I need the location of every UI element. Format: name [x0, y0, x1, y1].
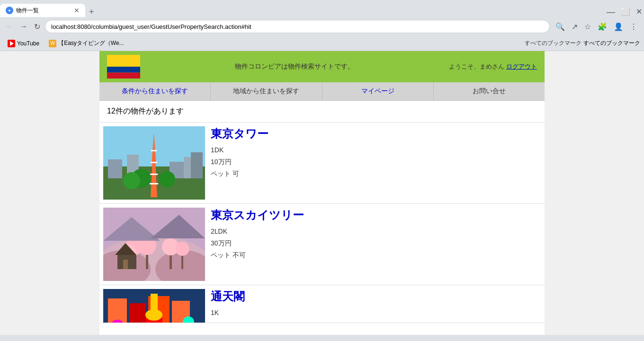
bookmark-star-icon[interactable]: ☆ — [581, 20, 594, 33]
property-type: 1K — [211, 307, 541, 319]
page-wrapper: 物件コロンビアは物件検索サイトです。 ようこそ、まめさん ログアウト 条件から住… — [99, 51, 545, 335]
svg-rect-39 — [129, 303, 146, 323]
property-detail: 1DK 10万円 ペット 可 — [211, 144, 541, 180]
bookmarks-bar: YouTube W 【Easyタイピング（We... すべてのブックマーク すべ… — [0, 36, 644, 51]
minimize-button[interactable]: — — [605, 7, 617, 17]
toolbar-icons: 🔍 ↗ ☆ 🧩 👤 ⋮ — [553, 20, 640, 33]
property-item: 通天閣 1K — [99, 285, 545, 323]
svg-rect-38 — [108, 298, 127, 323]
all-bookmarks-label[interactable]: すべてのブックマーク — [583, 39, 640, 47]
window-controls: — ⬜ ✕ — [605, 7, 644, 17]
property-image-tokyo-tower — [103, 126, 205, 200]
nav-mypage[interactable]: マイページ — [322, 82, 434, 100]
property-item: 東京スカイツリー 2LDK 30万円 ペット 不可 — [99, 204, 545, 285]
tokyo-tower-illustration — [103, 126, 205, 200]
property-type: 1DK — [211, 144, 541, 156]
svg-point-17 — [123, 172, 140, 189]
property-list: 東京タワー 1DK 10万円 ペット 可 — [99, 122, 545, 323]
nav-contact-label: お問い合せ — [473, 87, 506, 95]
menu-icon[interactable]: ⋮ — [627, 20, 640, 33]
tab-title: 物件一覧 — [16, 7, 71, 15]
tab-bar: ● 物件一覧 ✕ + — ⬜ ✕ — [0, 0, 644, 17]
svg-rect-34 — [123, 260, 128, 269]
tsutenkaku-illustration — [103, 289, 205, 323]
nav-search-by-area[interactable]: 地域から住まいを探す — [211, 82, 322, 100]
logout-link[interactable]: ログアウト — [506, 63, 537, 70]
back-button[interactable]: ← — [4, 20, 15, 33]
colombia-flag — [107, 55, 140, 79]
svg-rect-14 — [150, 174, 158, 175]
easy-typing-icon: W — [49, 40, 56, 47]
address-bar-row: ← → ↻ 🔍 ↗ ☆ 🧩 👤 ⋮ — [0, 17, 644, 36]
maximize-button[interactable]: ⬜ — [619, 7, 632, 17]
profile-icon[interactable]: 👤 — [611, 20, 626, 33]
svg-rect-9 — [191, 152, 203, 178]
nav-search-by-condition[interactable]: 条件から住まいを探す — [99, 82, 211, 100]
property-image-skytree — [103, 208, 205, 281]
share-icon[interactable]: ↗ — [569, 20, 581, 33]
property-image-tsutenkaku — [103, 289, 205, 323]
svg-rect-0 — [107, 55, 140, 67]
property-link-tsutenkaku[interactable]: 通天閣 — [211, 290, 245, 303]
youtube-icon — [8, 40, 15, 47]
svg-rect-15 — [150, 183, 158, 184]
new-tab-button[interactable]: + — [85, 7, 98, 17]
property-info: 通天閣 1K — [211, 289, 541, 319]
close-window-button[interactable]: ✕ — [634, 7, 644, 17]
svg-rect-5 — [108, 159, 122, 178]
bookmark-youtube-label: YouTube — [17, 40, 39, 47]
bookmark-easy-typing[interactable]: W 【Easyタイピング（We... — [45, 38, 127, 49]
property-info: 東京スカイツリー 2LDK 30万円 ペット 不可 — [211, 208, 541, 262]
property-link-tokyo-tower[interactable]: 東京タワー — [211, 127, 268, 140]
property-detail: 1K — [211, 307, 541, 319]
bookmark-youtube[interactable]: YouTube — [4, 38, 43, 49]
property-link-skytree[interactable]: 東京スカイツリー — [211, 209, 304, 221]
svg-point-18 — [159, 171, 175, 187]
property-detail: 2LDK 30万円 ペット 不可 — [211, 226, 541, 262]
skytree-illustration — [103, 208, 205, 281]
active-tab[interactable]: ● 物件一覧 ✕ — [0, 4, 85, 17]
bookmark-easy-typing-label: 【Easyタイピング（We... — [58, 39, 124, 47]
svg-rect-12 — [151, 150, 157, 151]
property-type: 2LDK — [211, 226, 541, 237]
property-count-text: 12件の物件があります — [107, 107, 184, 115]
all-bookmarks-button[interactable]: すべてのブックマーク — [525, 39, 581, 47]
tab-favicon: ● — [6, 7, 13, 14]
property-name: 通天閣 — [211, 289, 541, 304]
forward-button[interactable]: → — [18, 20, 29, 33]
site-nav: 条件から住まいを探す 地域から住まいを探す マイページ お問い合せ — [99, 82, 545, 101]
site-header: 物件コロンビアは物件検索サイトです。 ようこそ、まめさん ログアウト — [99, 51, 545, 82]
property-pet: ペット 可 — [211, 168, 541, 180]
address-input[interactable] — [45, 20, 550, 33]
property-pet: ペット 不可 — [211, 249, 541, 261]
property-price: 10万円 — [211, 156, 541, 168]
user-info: ようこそ、まめさん ログアウト — [449, 62, 537, 71]
svg-rect-1 — [107, 67, 140, 73]
site-tagline: 物件コロンビアは物件検索サイトです。 — [140, 62, 449, 71]
nav-contact[interactable]: お問い合せ — [434, 82, 545, 100]
svg-point-31 — [175, 242, 189, 256]
reload-button[interactable]: ↻ — [32, 20, 42, 33]
nav-search-by-condition-link[interactable]: 条件から住まいを探す — [122, 87, 188, 95]
property-price: 30万円 — [211, 237, 541, 249]
property-item: 東京タワー 1DK 10万円 ペット 可 — [99, 122, 545, 204]
nav-mypage-link[interactable]: マイページ — [361, 87, 394, 95]
tab-close-button[interactable]: ✕ — [74, 7, 80, 14]
nav-search-by-area-label: 地域から住まいを探す — [233, 87, 299, 95]
svg-rect-13 — [151, 162, 157, 163]
property-name: 東京タワー — [211, 126, 541, 141]
page-content: 物件コロンビアは物件検索サイトです。 ようこそ、まめさん ログアウト 条件から住… — [0, 51, 644, 335]
svg-rect-2 — [107, 73, 140, 79]
browser-frame: ● 物件一覧 ✕ + — ⬜ ✕ ← → ↻ 🔍 ↗ ☆ 🧩 👤 ⋮ — [0, 0, 644, 341]
svg-point-44 — [145, 309, 162, 321]
search-icon[interactable]: 🔍 — [553, 20, 568, 33]
property-name: 東京スカイツリー — [211, 208, 541, 223]
extensions-icon[interactable]: 🧩 — [595, 20, 610, 33]
property-count: 12件の物件があります — [99, 101, 545, 122]
property-info: 東京タワー 1DK 10万円 ペット 可 — [211, 126, 541, 180]
user-greeting: ようこそ、まめさん — [449, 63, 504, 70]
